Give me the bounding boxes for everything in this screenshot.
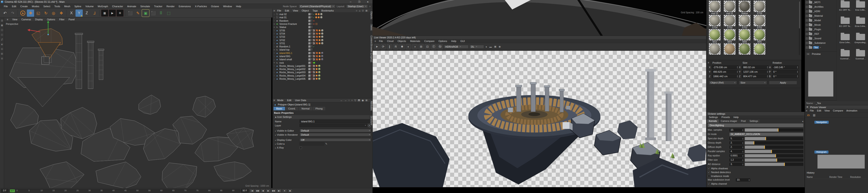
am-icon-1[interactable]: → [344, 99, 347, 102]
om-icon-2[interactable]: ▽ [362, 9, 364, 12]
attribute-tab-normal[interactable]: Normal [299, 107, 312, 110]
menu-simulate[interactable]: Simulate [138, 5, 152, 8]
om-icon-1[interactable]: ⌂ [359, 9, 361, 12]
lv-menu-gui[interactable]: GUI [458, 40, 467, 42]
lock-resolution-icon[interactable]: ◐ [406, 44, 411, 49]
am-icon-7[interactable]: ⊞ [366, 99, 368, 102]
close-icon[interactable]: ✕ [806, 106, 808, 109]
edit-toggle-tag[interactable] [308, 62, 311, 64]
pv-menu-animation[interactable]: Animation [845, 109, 859, 112]
param-value-field[interactable]: 2.▴▾ [730, 141, 744, 145]
lv-menu-file[interactable]: File [377, 40, 385, 42]
alpha-channel-checkbox[interactable]: ✓ [708, 182, 710, 185]
texture-tag-icon[interactable] [318, 71, 320, 73]
visibility-dots[interactable] [311, 33, 312, 35]
max-subdivision-field[interactable]: 10.▴▾ [736, 178, 750, 182]
compositing-tag-icon[interactable] [313, 65, 315, 67]
coord-field-rotation-h[interactable]: -160.145 °▴▾ [772, 66, 799, 69]
visibility-dots[interactable] [311, 13, 312, 15]
octane-tab-settings[interactable]: Settings [748, 119, 760, 123]
compositing-tag-icon[interactable] [313, 58, 315, 61]
perspective-viewport[interactable]: ≡ViewCamerasDisplayOptionsFilterPanel Pe… [4, 17, 271, 188]
param-value-field[interactable]: 4.▴▾ [730, 150, 744, 153]
move-button[interactable]: ✥ [27, 9, 34, 17]
am-icon-3[interactable]: ○ [351, 99, 353, 102]
subdivision-surface-button[interactable]: ▣ [142, 9, 149, 17]
mode-icon-1[interactable]: ▦ [0, 24, 4, 27]
tag-icon[interactable] [319, 33, 320, 35]
material-item[interactable]: M09 [723, 29, 737, 43]
param-slider[interactable] [745, 128, 803, 131]
browser-tree-row[interactable]: +_Substance [805, 41, 837, 45]
compositing-tag-icon[interactable] [313, 75, 315, 77]
menu-edit[interactable]: Edit [10, 5, 18, 8]
render-settings-icon[interactable]: ✱ [399, 44, 405, 49]
om-menu-view[interactable]: View [291, 9, 300, 12]
compositing-tag-icon[interactable] [313, 52, 315, 54]
minimize-button[interactable]: ─ [346, 0, 355, 4]
transport-button-6[interactable]: ● [282, 189, 287, 193]
object-row[interactable]: ├▲Rocks_Mossy_Large002 [273, 68, 369, 71]
am-icon-0[interactable]: ← [340, 99, 343, 102]
texture-tag-icon[interactable] [321, 36, 323, 38]
transport-button-4[interactable]: ▶▶ [271, 189, 276, 193]
visibility-dots-off[interactable] [311, 65, 312, 67]
lock-x-axis-button[interactable]: X [68, 9, 75, 17]
texture-tag-icon[interactable] [320, 16, 322, 18]
visibility-dots[interactable] [311, 29, 312, 32]
transport-button-2[interactable]: ◀ [260, 189, 266, 193]
tag-icon[interactable] [316, 75, 318, 77]
compositing-tag-icon[interactable] [313, 68, 315, 70]
render-result[interactable] [373, 51, 706, 187]
material-item[interactable]: M10 [708, 29, 721, 43]
menu-extensions[interactable]: Extensions [177, 5, 193, 8]
layer-input[interactable]: ˅ [300, 124, 367, 127]
edit-toggle-tag[interactable] [308, 29, 311, 32]
paint-tag-icon[interactable] [316, 55, 318, 57]
compositing-tag-icon[interactable] [313, 29, 315, 32]
rotate-button[interactable]: ↻ [42, 9, 50, 17]
visible-renderer-dropdown[interactable]: Default˅ [300, 133, 371, 136]
viewport-menu-panel[interactable]: Panel [67, 18, 76, 21]
hamburger-icon[interactable]: ≡ [274, 99, 275, 102]
mode-icon-4[interactable]: ╱ [0, 38, 4, 41]
hamburger-icon[interactable]: ≡ [805, 109, 808, 112]
browser-folder-item[interactable]: Erza Cohe.. [853, 17, 868, 27]
tag-icon[interactable] [319, 52, 320, 54]
last-tool-button[interactable]: ◎ [50, 9, 57, 17]
tag-icon[interactable] [316, 71, 318, 73]
object-row[interactable]: ├▲ST03 [273, 35, 369, 38]
texture-tag-icon[interactable] [320, 13, 322, 15]
octane-tab-camera-imager[interactable]: Camera imager [719, 119, 739, 123]
texture-tag-icon[interactable] [318, 68, 320, 70]
edit-toggle-tag[interactable] [308, 33, 311, 35]
object-row[interactable]: ├▲island BIG.1 [273, 51, 369, 54]
menu-select[interactable]: Select [41, 5, 53, 8]
node-space-dropdown[interactable]: Current (Standard/Physical)˅ [299, 4, 335, 8]
edit-toggle-tag[interactable] [308, 20, 311, 22]
object-row[interactable]: ├▲Rocks_Mossy_Large005 [273, 77, 369, 80]
browser-folder-item[interactable]: Ezra Cohe.. [838, 34, 852, 44]
material-item[interactable] [723, 43, 737, 54]
am-menu-edit[interactable]: Edit [285, 99, 293, 102]
om-menu-bookmarks[interactable]: Bookmarks [320, 9, 336, 12]
sub-region-icon[interactable]: ⊡ [425, 44, 430, 49]
object-row[interactable]: ├▲island BIG [273, 54, 369, 58]
render-view-button[interactable]: ▦ [101, 9, 108, 17]
menu-character[interactable]: Character [110, 5, 125, 8]
scale-button[interactable]: ◱ [35, 9, 42, 17]
param-slider[interactable] [745, 146, 803, 149]
lv-extra-icon-3[interactable]: ◉ [499, 45, 501, 48]
menu-x-particles[interactable]: X-Particles [193, 5, 209, 8]
mode-icon-5[interactable]: ▲ [0, 43, 4, 46]
compositing-tag-icon[interactable] [313, 42, 315, 44]
enabled-check-icon[interactable]: ✓ [313, 16, 315, 18]
viewport-menu-filter[interactable]: Filter [57, 18, 66, 21]
coord-field-size-x[interactable]: 880.02 cm▴▾ [742, 66, 769, 69]
menu-octane[interactable]: Octane [209, 5, 221, 8]
browser-tree-row[interactable]: +_Plugin [805, 27, 837, 32]
am-icon-2[interactable]: ↑ [348, 99, 350, 102]
tag-icon[interactable] [319, 36, 320, 38]
visibility-dots-off[interactable] [311, 68, 312, 70]
edit-toggle-tag[interactable] [308, 75, 311, 77]
